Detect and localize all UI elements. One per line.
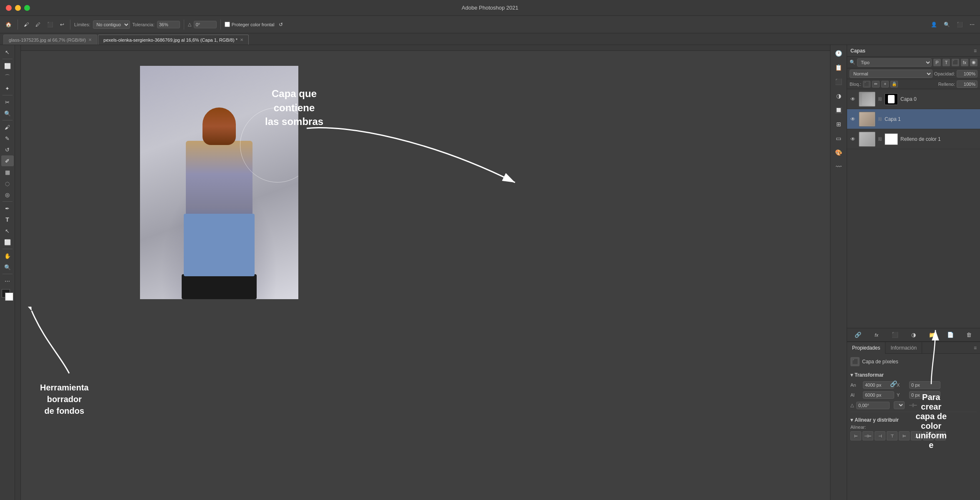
minimize-button[interactable] xyxy=(15,5,21,11)
type-tool[interactable]: T xyxy=(1,214,14,225)
lock-pos-btn[interactable]: + xyxy=(881,81,889,88)
hand-tool[interactable]: ✋ xyxy=(1,250,14,261)
properties-icon-btn[interactable]: 📋 xyxy=(832,61,845,74)
layer-0-chain-icon[interactable]: ⛓ xyxy=(878,97,882,101)
history-icon-btn[interactable]: 🕐 xyxy=(832,47,845,60)
limits-select[interactable]: No contiguo xyxy=(93,20,130,29)
tab-2-close[interactable]: ✕ xyxy=(240,38,243,42)
new-layer-btn[interactable]: 📄 xyxy=(946,330,955,340)
brush-tool[interactable]: 🖌 xyxy=(1,122,14,132)
lock-all-btn[interactable]: ⬛ xyxy=(863,81,870,88)
adj-layer-btn[interactable]: ◑ xyxy=(909,330,918,340)
view-btn[interactable]: ⬛ xyxy=(955,20,965,29)
filter-btn-1[interactable]: P xyxy=(933,59,941,66)
tab-1-close[interactable]: ✕ xyxy=(88,38,92,42)
clone-stamp-tool[interactable]: ✎ xyxy=(1,133,14,144)
maximize-button[interactable] xyxy=(24,5,30,11)
align-right-btn[interactable]: ⊣ xyxy=(875,431,885,440)
align-center-v-btn[interactable]: ⊨ xyxy=(899,431,910,440)
filter-btn-2[interactable]: T xyxy=(942,59,950,66)
more-tools[interactable]: ⋯ xyxy=(1,275,14,286)
layer-1-visibility[interactable]: 👁 xyxy=(850,116,856,122)
align-bottom-btn[interactable]: ⊥ xyxy=(911,431,922,440)
layer-item-relleno[interactable]: 👁 ⛓ Relleno de color 1 xyxy=(847,129,980,149)
dodge-tool[interactable]: ◎ xyxy=(1,189,14,200)
color-icon-btn[interactable]: 🎨 xyxy=(832,146,845,159)
tab-information[interactable]: Información xyxy=(885,342,922,354)
blur-tool[interactable]: ◌ xyxy=(1,178,14,189)
table-icon-btn[interactable]: ⊞ xyxy=(832,118,845,131)
user-btn[interactable]: 👤 xyxy=(929,20,939,29)
layer-item-capa0[interactable]: 👁 ⛓ Capa 0 xyxy=(847,89,980,109)
refresh-btn[interactable]: ↺ xyxy=(277,20,285,29)
tool-btn-4[interactable]: ↩ xyxy=(58,20,66,29)
height-input[interactable] xyxy=(863,391,894,399)
align-left-btn[interactable]: ⊢ xyxy=(850,431,861,440)
angle-input[interactable] xyxy=(194,21,217,28)
lock-pixel-btn[interactable]: ✏ xyxy=(872,81,880,88)
marquee-tool[interactable]: ⬜ xyxy=(1,60,14,71)
layer-2-visibility[interactable]: 👁 xyxy=(850,136,856,142)
move-tool[interactable]: ↖ xyxy=(1,47,14,58)
filter-btn-4[interactable]: fx xyxy=(961,59,968,66)
protect-color-checkbox[interactable] xyxy=(225,22,230,27)
add-mask-btn[interactable]: ⬛ xyxy=(890,330,900,340)
distribute-left-btn[interactable]: |← xyxy=(923,431,934,440)
properties-menu-icon[interactable]: ≡ xyxy=(970,345,980,351)
layers-menu-icon[interactable]: ≡ xyxy=(974,48,977,54)
rect-icon-btn[interactable]: ▭ xyxy=(832,132,845,145)
align-top-btn[interactable]: ⊤ xyxy=(887,431,898,440)
angle-select[interactable] xyxy=(894,401,905,409)
layer-comps-icon-btn[interactable]: ⬛ xyxy=(832,75,845,88)
transform-header[interactable]: ▾ Transformar xyxy=(850,370,977,380)
angle-input-prop[interactable] xyxy=(856,402,890,409)
eraser-tool-btn[interactable]: 🖌 xyxy=(22,20,31,29)
width-input[interactable] xyxy=(863,381,894,389)
opacity-input[interactable] xyxy=(957,70,978,78)
tolerance-input[interactable] xyxy=(157,21,180,28)
lasso-tool[interactable]: ⌒ xyxy=(1,72,14,82)
fx-btn[interactable]: fx xyxy=(872,330,881,340)
eyedropper-tool[interactable]: 🔍 xyxy=(1,108,14,119)
tab-properties[interactable]: Propiedades xyxy=(847,342,885,354)
y-input[interactable] xyxy=(909,391,940,399)
gradient-tool[interactable]: ▦ xyxy=(1,167,14,178)
home-tool-btn[interactable]: 🏠 xyxy=(3,20,14,29)
link-dimensions-icon[interactable]: 🔗 xyxy=(890,380,897,387)
tab-1[interactable]: glass-1975235.jpg al 66,7% (RGB/8#) ✕ xyxy=(3,35,97,45)
filter-btn-3[interactable]: ⬛ xyxy=(952,59,959,66)
x-input[interactable] xyxy=(909,381,940,389)
layer-item-capa1[interactable]: 👁 ⛓ Capa 1 xyxy=(847,109,980,129)
layer-2-chain-icon[interactable]: ⛓ xyxy=(878,137,882,141)
crop-tool[interactable]: ✂ xyxy=(1,97,14,108)
history-brush-tool[interactable]: ↺ xyxy=(1,144,14,155)
eraser-background-tool[interactable]: ✐ xyxy=(1,155,14,166)
fill-input[interactable] xyxy=(957,80,978,88)
brush-tool-btn[interactable]: 🖊 xyxy=(33,20,42,29)
tool-btn-3[interactable]: ⬛ xyxy=(45,20,55,29)
adjustments-icon-btn[interactable]: ◑ xyxy=(832,89,845,102)
zoom-tool[interactable]: 🔍 xyxy=(1,262,14,272)
flip-icon[interactable]: ⊣⊢ xyxy=(909,402,917,408)
magic-wand-tool[interactable]: ✦ xyxy=(1,83,14,94)
align-header[interactable]: ▾ Alinear y distribuir xyxy=(850,415,977,425)
delete-layer-btn[interactable]: 🗑 xyxy=(965,330,974,340)
channels-icon-btn[interactable]: 🔲 xyxy=(832,103,845,117)
blend-mode-select[interactable]: Normal xyxy=(850,70,932,78)
foreground-color[interactable] xyxy=(2,289,13,301)
protect-color-label[interactable]: Proteger color frontal xyxy=(225,22,275,27)
link-layers-btn[interactable]: 🔗 xyxy=(853,330,862,340)
pen-tool[interactable]: ✒ xyxy=(1,203,14,214)
shape-tool[interactable]: ⬜ xyxy=(1,237,14,248)
close-button[interactable] xyxy=(6,5,12,11)
lock-artboard-btn[interactable]: 🔒 xyxy=(890,81,898,88)
tab-2[interactable]: pexels-olenka-sergienko-3686769.jpg al 1… xyxy=(98,35,249,45)
layer-filter-select[interactable]: Tipo xyxy=(857,58,932,67)
layer-0-visibility[interactable]: 👁 xyxy=(850,96,856,102)
more-btn[interactable]: ⋯ xyxy=(968,20,977,29)
layer-1-chain-icon[interactable]: ⛓ xyxy=(878,117,882,121)
group-btn[interactable]: 📁 xyxy=(928,330,937,340)
align-center-h-btn[interactable]: ⊣⊢ xyxy=(862,431,873,440)
path-icon-btn[interactable]: 〰 xyxy=(832,160,845,173)
distribute-center-h-btn[interactable]: |⊣ xyxy=(935,431,946,440)
